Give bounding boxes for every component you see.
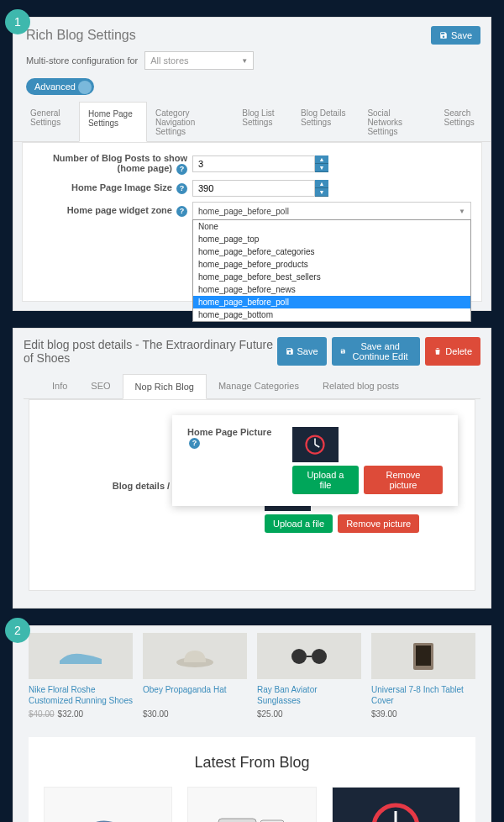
dropdown-option[interactable]: home_page_before_best_sellers	[193, 271, 470, 283]
svg-rect-13	[218, 819, 256, 822]
remove-button[interactable]: Remove picture	[338, 514, 419, 533]
tab-search[interactable]: Search Settings	[436, 102, 491, 141]
help-icon[interactable]: ?	[176, 206, 187, 217]
product-image	[257, 633, 361, 679]
save-label: Save	[451, 30, 472, 40]
dropdown-option-selected[interactable]: home_page_before_poll	[193, 296, 470, 308]
save-bar: Save	[431, 26, 480, 45]
product-title: Nike Floral Roshe Customized Running Sho…	[29, 684, 133, 706]
save-button[interactable]: Save	[431, 26, 480, 45]
advanced-label: Advanced	[34, 82, 76, 92]
delete-button[interactable]: Delete	[425, 337, 480, 366]
dropdown-option[interactable]: home_page_bottom	[193, 308, 470, 321]
tab-blog-list[interactable]: Blog List Settings	[234, 102, 292, 141]
multistore-row: Multi-store configuration for All stores…	[13, 50, 491, 78]
blog-image[interactable]	[44, 787, 172, 822]
advanced-toggle[interactable]: Advanced	[26, 78, 94, 95]
edit-tabs: Info SEO Nop Rich Blog Manage Categories…	[24, 374, 480, 399]
dropdown-option[interactable]: home_page_top	[193, 233, 470, 245]
spinner-down-icon[interactable]: ▼	[315, 164, 328, 172]
product-old-price: $40.00	[29, 709, 55, 719]
num-posts-field[interactable]	[192, 155, 315, 172]
tab-category-nav[interactable]: Category Navigation Settings	[147, 102, 234, 141]
product-card[interactable]: Obey Propaganda Hat $30.00	[143, 633, 247, 719]
tab-general[interactable]: General Settings	[22, 102, 79, 141]
tab-info[interactable]: Info	[40, 374, 79, 398]
sunglasses-icon	[284, 646, 334, 667]
watch-icon	[302, 432, 328, 457]
tab-home-page[interactable]: Home Page Settings	[79, 102, 147, 142]
tab-seo[interactable]: SEO	[79, 374, 122, 398]
product-row: Nike Floral Roshe Customized Running Sho…	[13, 633, 491, 727]
upload-button[interactable]: Upload a file	[292, 466, 359, 494]
tab-related[interactable]: Related blog posts	[311, 374, 411, 398]
shoe-icon	[71, 806, 146, 823]
multistore-select[interactable]: All stores ▼	[144, 51, 254, 70]
product-price: $25.00	[257, 709, 361, 719]
edit-blog-post-panel: Edit blog post details - The Extraordina…	[13, 328, 491, 609]
shoe-icon	[55, 644, 106, 669]
edit-content: Home Page Picture ?	[29, 399, 475, 591]
step-badge-1: 1	[5, 9, 30, 34]
multistore-label: Multi-store configuration for	[26, 55, 138, 66]
remove-button[interactable]: Remove picture	[364, 466, 443, 494]
storefront-panel: 2 Nike Floral Roshe Customized Running S…	[13, 625, 491, 822]
product-image	[143, 633, 247, 679]
rich-blog-settings-panel: 1 Save Rich Blog Settings Multi-store co…	[13, 17, 491, 311]
help-icon[interactable]: ?	[189, 438, 200, 449]
trash-icon	[433, 347, 442, 356]
dropdown-option[interactable]: home_page_before_categories	[193, 245, 470, 258]
svg-rect-11	[416, 645, 431, 666]
tab-social[interactable]: Social Networks Settings	[359, 102, 435, 141]
save-button[interactable]: Save	[277, 337, 327, 366]
num-posts-label: Number of Blog Posts to show (home page)…	[33, 153, 192, 175]
num-posts-input[interactable]: ▲▼	[192, 155, 272, 172]
product-price: $32.00	[58, 709, 84, 719]
product-price: $30.00	[143, 709, 247, 719]
tab-blog-details[interactable]: Blog Details Settings	[292, 102, 359, 141]
blog-image[interactable]	[187, 787, 316, 822]
panel-title: Rich Blog Settings	[13, 18, 491, 50]
product-price: $39.00	[371, 709, 475, 719]
blog-heading: Latest From Blog	[44, 754, 460, 772]
blog-card: The Extraordinary Future of Shoes 7/1/20…	[44, 787, 172, 822]
multistore-value: All stores	[150, 55, 188, 66]
upload-button[interactable]: Upload a file	[265, 514, 333, 533]
img-size-field[interactable]	[192, 180, 315, 197]
product-card[interactable]: Ray Ban Aviator Sunglasses $25.00	[257, 633, 361, 719]
product-image	[29, 633, 133, 679]
tab-rich-blog[interactable]: Nop Rich Blog	[123, 374, 207, 399]
blog-section: Latest From Blog The Extraordinary Futur…	[29, 737, 475, 822]
widget-zone-value: home_page_before_poll	[198, 207, 289, 216]
help-icon[interactable]: ?	[176, 183, 187, 194]
product-card[interactable]: Universal 7-8 Inch Tablet Cover $39.00	[371, 633, 475, 719]
tablet-icon	[407, 640, 440, 673]
dropdown-option[interactable]: None	[193, 220, 470, 233]
spinner-up-icon[interactable]: ▲	[315, 180, 328, 188]
dropdown-option[interactable]: home_page_before_products	[193, 258, 470, 271]
img-size-label: Home Page Image Size ?	[33, 182, 192, 194]
img-size-input[interactable]: ▲▼	[192, 180, 272, 197]
blog-image[interactable]	[332, 787, 460, 822]
spinner-up-icon[interactable]: ▲	[315, 155, 328, 164]
hat-icon	[174, 644, 216, 669]
widget-zone-select[interactable]: home_page_before_poll ▼ None home_page_t…	[192, 202, 471, 220]
floppy-icon	[286, 347, 294, 356]
upload-popup: Home Page Picture ?	[172, 415, 458, 506]
blog-card: The high-tech world of old-world watches…	[332, 787, 460, 822]
product-title: Ray Ban Aviator Sunglasses	[257, 684, 361, 706]
home-pic-label: Home Page Picture	[187, 427, 271, 437]
product-card[interactable]: Nike Floral Roshe Customized Running Sho…	[29, 633, 133, 719]
spinner-down-icon[interactable]: ▼	[315, 188, 328, 197]
save-continue-button[interactable]: Save and Continue Edit	[332, 337, 421, 366]
dropdown-option[interactable]: home_page_before_news	[193, 283, 470, 296]
chevron-down-icon: ▼	[241, 57, 253, 65]
svg-point-8	[312, 649, 327, 664]
product-title: Universal 7-8 Inch Tablet Cover	[371, 684, 475, 706]
svg-point-7	[291, 649, 307, 664]
camera-icon	[210, 804, 294, 822]
tab-categories[interactable]: Manage Categories	[207, 374, 311, 398]
floppy-icon	[439, 31, 448, 40]
help-icon[interactable]: ?	[176, 164, 187, 175]
product-title: Obey Propaganda Hat	[143, 684, 247, 706]
